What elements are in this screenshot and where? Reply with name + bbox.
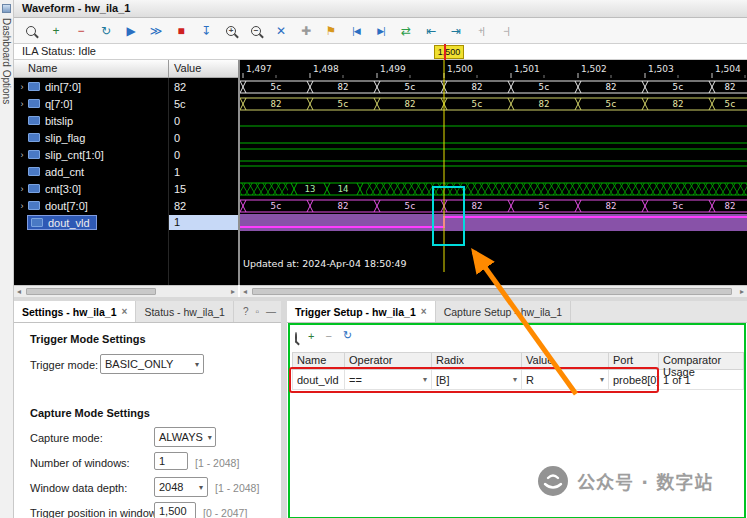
signal-row-q[interactable]: › q[7:0] 5c — [14, 95, 238, 112]
expander-icon[interactable]: › — [17, 201, 27, 211]
expander-icon[interactable]: › — [17, 150, 27, 160]
run-trigger-icon[interactable]: ▶ — [122, 22, 140, 40]
trigger-position-input[interactable]: 1,500 — [154, 502, 196, 518]
svg-text:82: 82 — [539, 99, 550, 109]
bus-icon — [28, 150, 40, 159]
tab-capture-setup[interactable]: Capture Setup - hw_ila_1 — [436, 301, 572, 322]
chevron-down-icon: ▾ — [195, 360, 199, 369]
signal-row-bitslip[interactable]: bitslip 0 — [14, 112, 238, 129]
close-icon[interactable]: × — [421, 306, 427, 317]
float-icon[interactable]: ▫ — [255, 306, 259, 317]
dashboard-icon — [2, 4, 11, 13]
go-to-last-icon[interactable]: ▶| — [372, 22, 390, 40]
tick-label: 1,504 — [715, 64, 741, 74]
scroll-left-icon[interactable]: ◂ — [14, 287, 24, 296]
tab-settings[interactable]: Settings - hw_ila_1 × — [14, 301, 136, 322]
svg-text:5c: 5c — [405, 201, 416, 211]
tab-trigger-setup[interactable]: Trigger Setup - hw_ila_1 × — [287, 301, 436, 322]
dashboard-options-label: Dashboard Options — [1, 18, 12, 128]
ila-status-band: ILA Status: Idle 1,500 — [14, 44, 747, 60]
crosshairs-icon[interactable]: ✚ — [297, 22, 315, 40]
signal-name: q[7:0] — [45, 98, 73, 110]
tab-status[interactable]: Status - hw_ila_1 — [136, 301, 234, 322]
swap-cursors-icon[interactable]: ⇄ — [397, 22, 415, 40]
close-icon[interactable]: × — [122, 306, 128, 317]
previous-marker-icon[interactable]: ⇤ — [422, 22, 440, 40]
run-trigger-immediate-icon[interactable]: ≫ — [147, 22, 165, 40]
search-icon[interactable] — [22, 22, 40, 40]
window-start-icon[interactable]: +| — [472, 22, 490, 40]
svg-text:14: 14 — [338, 184, 349, 194]
signal-value: 82 — [174, 81, 186, 93]
scrollbar-thumb[interactable] — [26, 288, 156, 295]
signal-row-slip-flag[interactable]: slip_flag 0 — [14, 129, 238, 146]
stop-trigger-icon[interactable]: ■ — [172, 22, 190, 40]
value-column-header[interactable]: Value — [174, 62, 201, 74]
signal-row-add-cnt[interactable]: add_cnt 1 — [14, 163, 238, 180]
signal-value: 0 — [174, 132, 180, 144]
go-to-first-icon[interactable]: |◀ — [347, 22, 365, 40]
signal-row-din[interactable]: › din[7:0] 82 — [14, 78, 238, 95]
scrollbar-thumb[interactable] — [252, 288, 732, 295]
capture-mode-select[interactable]: ALWAYS ▾ — [154, 427, 216, 447]
comparator-usage-cell: 1 of 1 — [659, 370, 744, 390]
add-probe-icon[interactable]: + — [308, 330, 314, 342]
signal-value: 1 — [169, 215, 238, 230]
updated-at-text: Updated at: 2024-Apr-04 18:50:49 — [243, 258, 407, 269]
signal-icon — [28, 167, 40, 176]
signal-row-dout[interactable]: › dout[7:0] 82 — [14, 197, 238, 214]
signal-row-slip-cnt[interactable]: › slip_cnt[1:0] 0 — [14, 146, 238, 163]
dashboard-options-strip[interactable]: Dashboard Options — [0, 0, 14, 518]
add-icon[interactable]: + — [47, 22, 65, 40]
trigger-mode-select[interactable]: BASIC_ONLY ▾ — [100, 354, 204, 374]
remove-probe-icon[interactable]: − — [325, 330, 331, 342]
number-of-windows-input[interactable]: 1 — [154, 452, 188, 470]
svg-text:82: 82 — [673, 99, 684, 109]
svg-text:82: 82 — [472, 201, 483, 211]
signal-value: 15 — [174, 183, 186, 195]
signal-name: add_cnt — [45, 166, 84, 178]
expander-icon[interactable]: › — [17, 99, 27, 109]
selected-signal-badge[interactable]: dout_vld — [27, 215, 97, 230]
expander-icon[interactable]: › — [17, 184, 27, 194]
scroll-right-icon[interactable]: ▸ — [737, 287, 747, 296]
add-marker-icon[interactable]: ⚑ — [322, 22, 340, 40]
annotation-red-box — [289, 367, 659, 393]
signal-name: slip_flag — [45, 132, 85, 144]
expander-icon[interactable]: › — [17, 82, 27, 92]
scroll-right-icon[interactable]: ▸ — [228, 287, 238, 296]
signal-row-dout-vld-selected[interactable]: dout_vld 1 — [14, 214, 238, 231]
signal-table-hscrollbar[interactable]: ◂ ▸ — [14, 285, 238, 297]
zoom-fit-icon[interactable]: ✕ — [272, 22, 290, 40]
capture-mode-label: Capture mode: — [30, 432, 103, 444]
watermark-text: 公众号 · 数字站 — [577, 468, 713, 494]
cursor-time-tag[interactable]: 1,500 — [434, 45, 464, 59]
name-column-header[interactable]: Name — [28, 62, 57, 74]
watermark: 公众号 · 数字站 — [538, 466, 713, 496]
help-icon[interactable]: ? — [243, 306, 249, 317]
bus-icon — [28, 184, 40, 193]
waveform-canvas[interactable]: 1,497 1,498 1,499 1,500 1,501 1,502 1,50… — [240, 60, 747, 285]
window-data-depth-select[interactable]: 2048 ▾ — [154, 477, 208, 497]
scroll-left-icon[interactable]: ◂ — [240, 287, 250, 296]
signal-row-cnt[interactable]: › cnt[3:0] 15 — [14, 180, 238, 197]
col-comparator-usage[interactable]: Comparator Usage — [659, 352, 744, 370]
auto-retrigger-icon[interactable]: ↻ — [97, 22, 115, 40]
trigger-position-label: Trigger position in window: — [30, 507, 160, 518]
search-icon[interactable] — [295, 330, 297, 342]
zoom-out-icon[interactable]: − — [247, 22, 265, 40]
waveform-hscrollbar[interactable]: ◂ ▸ — [240, 285, 747, 297]
remove-icon[interactable]: − — [72, 22, 90, 40]
tick-label: 1,503 — [648, 64, 674, 74]
trigger-mode-label: Trigger mode: — [30, 359, 98, 371]
vivado-ila-window: Dashboard Options Waveform - hw_ila_1 + … — [0, 0, 747, 518]
next-marker-icon[interactable]: ⇥ — [447, 22, 465, 40]
refresh-icon[interactable]: ↻ — [343, 329, 352, 342]
window-end-icon[interactable]: −| — [497, 22, 515, 40]
minimize-icon[interactable]: — — [266, 306, 276, 317]
svg-text:82: 82 — [725, 201, 736, 211]
zoom-in-icon[interactable]: + — [222, 22, 240, 40]
svg-text:82: 82 — [606, 82, 617, 92]
export-ila-data-icon[interactable]: ↧ — [197, 22, 215, 40]
svg-text:5c: 5c — [472, 99, 483, 109]
